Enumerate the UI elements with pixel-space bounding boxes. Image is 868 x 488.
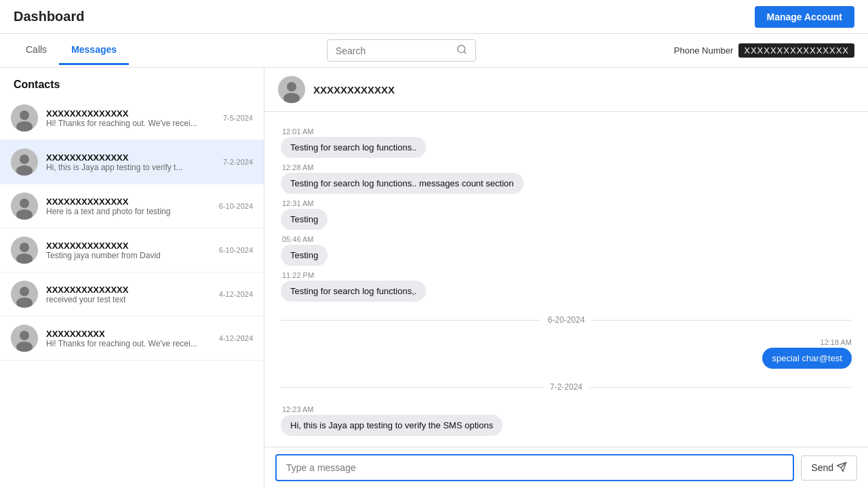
contact-info: XXXXXXXXXXXXXX received your test text [46,285,211,304]
date-divider: 6-20-2024 [281,315,852,325]
divider-line [281,320,541,321]
svg-point-3 [20,110,29,120]
search-icon [456,44,467,57]
contact-name: XXXXXXXXXXXXXX [46,108,215,119]
divider-line [591,320,852,321]
contact-item[interactable]: XXXXXXXXXX Hi! Thanks for reaching out. … [0,317,264,361]
message-bubble: Testing for search log functions.. messa… [281,173,524,194]
tab-group: Calls Messages [14,36,129,65]
avatar [11,237,38,264]
search-box [327,39,476,62]
contact-date: 7-5-2024 [223,114,253,122]
header: Dashboard Manage Account [0,0,868,34]
divider-line [589,387,852,388]
contact-name: XXXXXXXXXXXXXX [46,152,215,163]
contact-info: XXXXXXXXXXXXXX Here is a text and photo … [46,197,211,216]
message-time: 12:28 AM [282,163,852,171]
contact-date: 7-2-2024 [223,158,253,166]
chat-messages: 11:52 PM Testing for search log function… [264,112,868,447]
contact-date: 4-12-2024 [219,290,253,298]
contacts-header: Contacts [0,68,264,96]
svg-point-6 [20,155,29,164]
contact-info: XXXXXXXXXXXXXX Testing jaya number from … [46,241,211,260]
manage-account-button[interactable]: Manage Account [755,6,855,28]
page-title: Dashboard [14,9,84,24]
svg-point-18 [20,331,29,340]
message-row: 12:23 AM Hi, this is Jaya app testing to… [281,405,852,436]
contact-preview: Hi! Thanks for reaching out. We've recei… [46,339,211,348]
svg-point-21 [287,82,296,92]
avatar [11,192,38,220]
avatar [11,281,38,308]
contacts-list: XXXXXXXXXXXXXX Hi! Thanks for reaching o… [0,96,264,361]
chat-avatar [278,76,305,103]
contact-name: XXXXXXXXXXXXXX [46,241,211,251]
message-time: 12:18 AM [821,338,852,346]
contact-item[interactable]: XXXXXXXXXXXXXX Testing jaya number from … [0,228,264,272]
chat-area: XXXXXXXXXXXX 11:52 PM Testing for search… [264,68,868,488]
phone-number-area: Phone Number XXXXXXXXXXXXXXXX [674,43,854,58]
message-bubble: Testing for search log functions.. [281,137,426,158]
search-input[interactable] [336,45,454,56]
contact-info: XXXXXXXXXX Hi! Thanks for reaching out. … [46,329,211,348]
svg-point-12 [20,243,29,252]
message-time: 12:01 AM [282,127,852,136]
chat-input-area: Send [264,447,868,488]
message-bubble: Testing for search log functions,. [281,281,426,302]
send-icon [836,462,847,474]
message-bubble: Hi, this is Jaya app testing to verify t… [281,415,502,436]
svg-point-9 [20,199,29,208]
message-time: 12:31 AM [282,199,852,207]
phone-number-label: Phone Number [674,45,733,56]
contact-info: XXXXXXXXXXXXXX Hi! Thanks for reaching o… [46,108,215,128]
message-bubble: Testing [281,245,328,266]
message-time: 12:23 AM [282,405,852,413]
contact-date: 4-12-2024 [219,334,253,342]
message-input[interactable] [275,454,794,481]
contact-info: XXXXXXXXXXXXXX Hi, this is Jaya app test… [46,152,215,172]
date-divider: 7-2-2024 [281,382,852,392]
message-row: 11:22 PM Testing for search log function… [281,271,852,302]
contact-name: XXXXXXXXXXXXXX [46,197,211,207]
main-layout: Contacts XXXXXXXXXXXXXX Hi! Thanks for r… [0,68,868,488]
message-bubble: Testing [281,209,328,230]
divider-date: 6-19-2024 [548,112,585,114]
message-row: 05:46 AM Testing [281,235,852,266]
divider-line [281,387,543,388]
contact-name: XXXXXXXXXXXXXX [46,285,211,295]
contact-preview: Hi, this is Jaya app testing to verify t… [46,163,215,172]
tab-messages[interactable]: Messages [59,36,129,65]
divider-date: 7-2-2024 [550,382,583,392]
contacts-sidebar: Contacts XXXXXXXXXXXXXX Hi! Thanks for r… [0,68,264,488]
contact-item[interactable]: XXXXXXXXXXXXXX received your test text 4… [0,272,264,317]
send-label: Send [811,462,833,473]
chat-header: XXXXXXXXXXXX [264,68,868,112]
tabs-bar: Calls Messages Phone Number XXXXXXXXXXXX… [0,34,868,68]
svg-point-15 [20,287,29,296]
message-row: 12:28 AM Testing for search log function… [281,163,852,194]
message-row: 12:01 AM Testing for search log function… [281,127,852,158]
message-row: 12:18 AM special char@test [281,338,852,369]
contact-preview: Here is a text and photo for testing [46,207,211,216]
contact-date: 6-10-2024 [219,246,253,254]
contact-item[interactable]: XXXXXXXXXXXXXX Hi, this is Jaya app test… [0,140,264,184]
date-divider: 6-19-2024 [281,112,852,114]
message-bubble: special char@test [762,348,852,369]
phone-number-value: XXXXXXXXXXXXXXXX [738,43,854,58]
avatar [11,148,38,176]
avatar [11,104,38,131]
contact-name: XXXXXXXXXX [46,329,211,339]
avatar [11,325,38,352]
contact-item[interactable]: XXXXXXXXXXXXXX Here is a text and photo … [0,184,264,228]
contact-item[interactable]: XXXXXXXXXXXXXX Hi! Thanks for reaching o… [0,96,264,140]
contact-preview: Testing jaya number from David [46,251,211,260]
contact-preview: received your test text [46,295,211,304]
message-row: 12:31 AM Testing [281,199,852,230]
search-container [129,39,674,62]
message-time: 11:22 PM [282,271,852,279]
message-time: 05:46 AM [282,235,852,243]
tab-calls[interactable]: Calls [14,36,59,65]
divider-date: 6-20-2024 [548,315,585,325]
send-button[interactable]: Send [801,455,857,481]
svg-line-1 [464,52,466,54]
